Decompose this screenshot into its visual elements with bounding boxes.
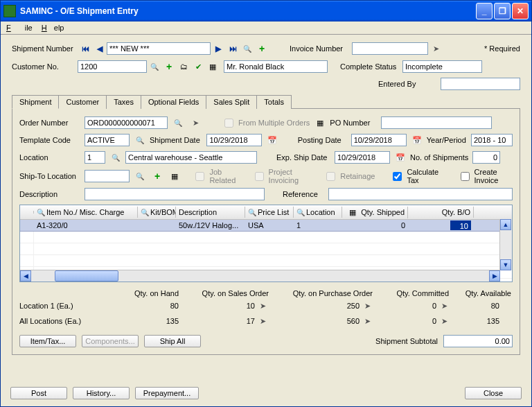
- close-window-button[interactable]: ✕: [512, 3, 529, 19]
- scroll-right-icon[interactable]: ▶: [489, 270, 500, 282]
- reference-label: Reference: [283, 190, 326, 198]
- history-button[interactable]: History...: [73, 387, 130, 399]
- location-search-icon[interactable]: [109, 150, 123, 164]
- all-sales-go-icon[interactable]: ➤: [256, 314, 269, 328]
- tab-taxes[interactable]: Taxes: [106, 95, 141, 109]
- col-kit[interactable]: Kit/BOM: [150, 208, 176, 216]
- from-multiple-checkbox: From Multiple Orders: [222, 116, 310, 130]
- order-go-icon[interactable]: ➤: [188, 116, 202, 130]
- exp-ship-calendar-icon[interactable]: [393, 150, 407, 164]
- prepayment-button[interactable]: Prepayment...: [135, 387, 199, 399]
- col-desc[interactable]: Description: [179, 208, 217, 216]
- post-button[interactable]: Post: [10, 387, 67, 399]
- menu-help[interactable]: Help: [42, 24, 64, 32]
- retainage-checkbox: Retainage: [323, 170, 375, 183]
- tab-strip: Shipment Customer Taxes Optional Fields …: [12, 94, 520, 109]
- posting-date-calendar-icon[interactable]: [410, 133, 424, 147]
- customer-no-label: Customer No.: [12, 62, 78, 71]
- year-period-label: Year/Period: [427, 136, 468, 144]
- template-code-input[interactable]: [85, 134, 130, 146]
- tab-sales-split[interactable]: Sales Split: [206, 95, 257, 109]
- table-row[interactable]: A1-320/0 50w./12V Halog... USA 1 0 10: [20, 220, 512, 232]
- minimize-button[interactable]: _: [476, 3, 493, 19]
- cell-price[interactable]: USA: [245, 221, 294, 230]
- entered-by-label: Entered By: [378, 80, 441, 88]
- ship-to-input[interactable]: [85, 170, 130, 182]
- search-shipment-icon[interactable]: [240, 42, 254, 55]
- menubar: File Help: [1, 21, 531, 35]
- cell-item[interactable]: A1-320/0: [34, 221, 138, 230]
- sum-all-avail: 135: [451, 317, 499, 325]
- col-shipped[interactable]: Qty. Shipped: [361, 208, 405, 216]
- col-loc[interactable]: Location: [306, 208, 335, 216]
- sum-row-loc-label: Location 1 (Ea.): [19, 302, 103, 310]
- subtotal-field: [443, 335, 513, 347]
- create-invoice-checkbox[interactable]: Create Invoice: [458, 168, 513, 184]
- cell-shipped[interactable]: 0: [342, 221, 408, 230]
- order-number-input[interactable]: [85, 116, 168, 129]
- cell-loc[interactable]: 1: [294, 221, 342, 230]
- components-button: Components...: [82, 335, 139, 347]
- col-bo[interactable]: Qty. B/O: [442, 208, 470, 216]
- customer-card-icon[interactable]: 🗂: [177, 60, 190, 73]
- tab-customer[interactable]: Customer: [58, 95, 107, 109]
- all-comm-go-icon[interactable]: ➤: [437, 314, 451, 328]
- shipto-table-icon[interactable]: ▦: [168, 169, 181, 183]
- loc-comm-go-icon[interactable]: ➤: [437, 299, 451, 313]
- loc-po-go-icon[interactable]: ➤: [360, 299, 374, 313]
- template-search-icon[interactable]: [133, 133, 147, 147]
- invoice-go-icon[interactable]: ➤: [429, 42, 443, 55]
- exp-ship-date-input[interactable]: [335, 151, 390, 164]
- tab-shipment[interactable]: Shipment: [12, 95, 59, 109]
- shipto-new-icon[interactable]: +: [150, 169, 164, 183]
- item-tax-button[interactable]: Item/Tax...: [19, 335, 76, 347]
- year-period-field: [471, 134, 513, 146]
- shipment-date-label: Shipment Date: [150, 136, 204, 144]
- ship-all-button[interactable]: Ship All: [144, 335, 201, 347]
- po-number-input[interactable]: [381, 116, 492, 129]
- grid-vscroll[interactable]: ▲ ▼: [499, 219, 512, 270]
- po-table-icon[interactable]: ▦: [313, 116, 327, 130]
- all-po-go-icon[interactable]: ➤: [360, 314, 374, 328]
- maximize-button[interactable]: ❐: [494, 3, 511, 19]
- scroll-thumb[interactable]: [55, 270, 118, 282]
- shipment-date-input[interactable]: [206, 134, 262, 146]
- next-record-icon[interactable]: ▶: [211, 42, 225, 55]
- new-shipment-icon[interactable]: +: [255, 42, 269, 55]
- last-record-icon[interactable]: ⏭: [226, 42, 240, 55]
- customer-search-icon[interactable]: [148, 60, 161, 73]
- template-code-label: Template Code: [19, 136, 82, 144]
- shipment-date-calendar-icon[interactable]: [265, 133, 279, 147]
- menu-file[interactable]: File: [6, 24, 33, 32]
- scroll-up-icon[interactable]: ▲: [500, 219, 511, 230]
- description-input[interactable]: [85, 188, 265, 200]
- scroll-left-icon[interactable]: ◀: [20, 270, 31, 282]
- calculate-tax-checkbox[interactable]: Calculate Tax: [390, 168, 442, 184]
- col-item[interactable]: Item No./ Misc. Charge: [46, 208, 124, 216]
- customer-no-input[interactable]: [78, 60, 147, 73]
- prev-record-icon[interactable]: ◀: [93, 42, 107, 55]
- loc-sales-go-icon[interactable]: ➤: [256, 299, 269, 313]
- grid-hscroll[interactable]: ◀ ▶: [20, 270, 500, 282]
- posting-date-input[interactable]: [351, 134, 407, 146]
- tab-optional-fields[interactable]: Optional Fields: [141, 95, 206, 109]
- shipment-number-input[interactable]: [107, 42, 211, 55]
- location-input[interactable]: [85, 151, 105, 164]
- project-invoicing-checkbox: Project Invoicing: [252, 168, 313, 184]
- sum-loc-onhand: 80: [103, 302, 179, 310]
- col-price[interactable]: Price List: [258, 208, 289, 216]
- cell-desc[interactable]: 50w./12V Halog...: [176, 221, 245, 230]
- customer-new-icon[interactable]: +: [162, 60, 176, 73]
- first-record-icon[interactable]: ⏮: [78, 42, 92, 55]
- cell-qty-bo-input[interactable]: 10: [450, 220, 471, 230]
- customer-table-icon[interactable]: ▦: [206, 60, 220, 73]
- detail-grid[interactable]: Item No./ Misc. Charge Kit/BOM Descripti…: [19, 205, 513, 282]
- close-button[interactable]: Close: [465, 387, 522, 399]
- tab-totals[interactable]: Totals: [256, 95, 292, 109]
- invoice-number-input[interactable]: [352, 42, 428, 55]
- shipto-search-icon[interactable]: [133, 169, 147, 183]
- reference-input[interactable]: [328, 188, 513, 200]
- scroll-down-icon[interactable]: ▼: [500, 259, 511, 270]
- order-search-icon[interactable]: [171, 116, 185, 130]
- customer-check-icon[interactable]: ✔: [191, 60, 205, 73]
